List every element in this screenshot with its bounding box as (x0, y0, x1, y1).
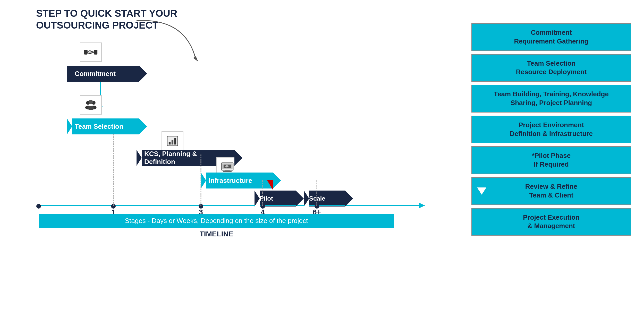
stage-banner: Stages - Days or Weeks, Depending on the… (39, 214, 394, 228)
triangle-down-icon (477, 187, 486, 195)
timeline-line (39, 205, 420, 206)
scale-arrow: Scale (304, 191, 345, 207)
pilot-label: Pilot (260, 195, 273, 202)
timeline-arrow-icon (419, 203, 425, 208)
panel-commitment: CommitmentRequirement Gathering (471, 23, 631, 51)
panel-pilot-phase: *Pilot PhaseIf Required (471, 146, 631, 174)
dashed-line-1 (113, 134, 114, 206)
svg-rect-18 (223, 171, 232, 172)
panel-review-refine: Review & RefineTeam & Client (471, 177, 631, 205)
timeline-dot-start (36, 204, 41, 209)
svg-rect-1 (84, 50, 88, 54)
svg-rect-2 (94, 50, 97, 54)
commitment-label: Commitment (75, 70, 116, 78)
timeline-area: Commitment Team Selection (36, 21, 435, 239)
panel-team-selection: Team SelectionResource Deployment (471, 54, 631, 82)
dashed-line-6 (317, 180, 317, 206)
panel-commitment-text: CommitmentRequirement Gathering (514, 28, 589, 46)
svg-rect-11 (169, 142, 171, 144)
panel-team-selection-text: Team SelectionResource Deployment (516, 59, 587, 77)
infrastructure-label: Infrastructure (209, 177, 252, 185)
svg-point-3 (89, 51, 93, 54)
stage-text: Stages - Days or Weeks, Depending on the… (125, 217, 308, 225)
team-icon-box (80, 95, 102, 115)
panel-project-execution: Project Execution& Management (471, 208, 631, 236)
commitment-icon-box (80, 42, 102, 62)
svg-point-6 (89, 100, 93, 104)
timeline-label: TIMELINE (39, 230, 394, 238)
panel-review-refine-text: Review & RefineTeam & Client (525, 182, 577, 200)
panel-project-execution-text: Project Execution& Management (523, 213, 580, 231)
right-panel: CommitmentRequirement Gathering Team Sel… (471, 23, 631, 236)
svg-rect-12 (172, 140, 173, 144)
pilot-arrow: Pilot (255, 191, 296, 207)
panel-pilot-phase-text: *Pilot PhaseIf Required (532, 151, 571, 169)
panel-team-building-text: Team Building, Training, KnowledgeSharin… (494, 90, 609, 107)
panel-team-building: Team Building, Training, KnowledgeSharin… (471, 85, 631, 113)
team-selection-label: Team Selection (75, 123, 123, 131)
panel-project-env: Project EnvironmentDefinition & Infrastr… (471, 116, 631, 143)
commitment-arrow: Commitment (67, 66, 139, 82)
dashed-line-4 (262, 180, 263, 206)
page-container: STEP TO QUICK START YOUR OUTSOURCING PRO… (0, 0, 644, 309)
panel-project-env-text: Project EnvironmentDefinition & Infrastr… (510, 121, 593, 138)
team-selection-arrow: Team Selection (67, 118, 139, 134)
svg-rect-13 (174, 138, 176, 145)
kcs-icon-box (162, 131, 183, 151)
svg-point-9 (88, 106, 94, 110)
